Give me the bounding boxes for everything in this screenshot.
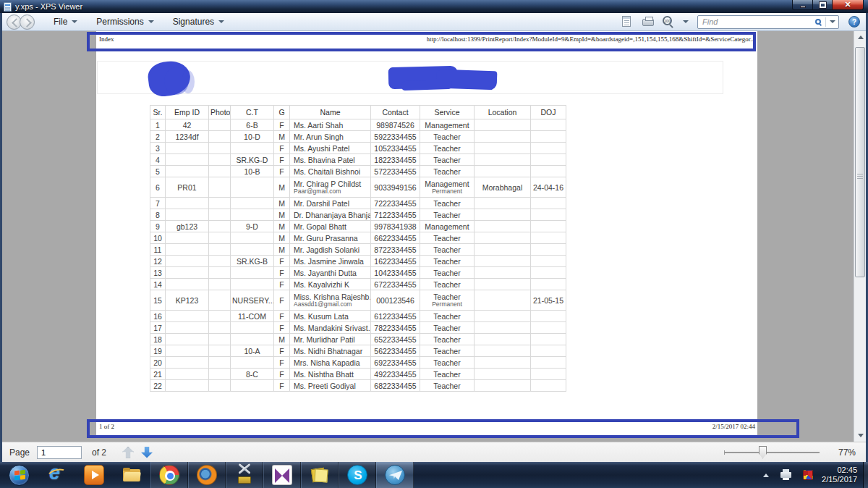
table-cell: 11	[150, 244, 166, 256]
page-label: Page	[9, 447, 30, 458]
taskbar-button-windows-explorer[interactable]	[113, 462, 150, 488]
table-cell: Ms. Nishtha Bhatt	[290, 369, 371, 380]
table-cell: 14	[150, 279, 166, 290]
taskbar-button-sticky-notes[interactable]	[301, 462, 339, 488]
table-cell: F	[274, 311, 290, 322]
table-cell	[166, 334, 209, 345]
tray-app-icon[interactable]	[803, 470, 813, 480]
table-cell: 8	[150, 209, 166, 221]
taskbar-button-admin-tools[interactable]	[226, 462, 263, 488]
table-cell: 10-B	[231, 166, 274, 177]
table-cell	[166, 322, 209, 334]
page-number-input[interactable]	[37, 446, 82, 459]
zoom-slider[interactable]	[724, 452, 820, 453]
taskbar-button-firefox[interactable]	[188, 462, 226, 488]
find-input[interactable]	[702, 17, 815, 26]
table-cell: F	[274, 154, 290, 166]
taskbar-button-visual-studio[interactable]	[263, 462, 301, 488]
minimize-button[interactable]	[792, 0, 813, 10]
taskbar-button-internet-explorer[interactable]	[38, 462, 75, 488]
table-cell	[475, 345, 531, 357]
chevron-down-icon	[148, 20, 154, 23]
vertical-scrollbar[interactable]	[854, 31, 866, 442]
tray-printer-icon[interactable]	[780, 472, 791, 478]
table-cell: Mr. Arun Singh	[290, 131, 371, 143]
table-cell	[231, 244, 274, 256]
table-cell: 3	[150, 143, 166, 154]
table-cell	[209, 177, 231, 198]
scrollbar-thumb[interactable]	[855, 47, 865, 277]
show-hidden-icons-button[interactable]	[763, 474, 769, 477]
table-cell: Teacher	[420, 334, 475, 345]
table-cell: M	[274, 244, 290, 256]
table-cell	[531, 166, 566, 177]
menu-signatures[interactable]: Signatures	[173, 17, 224, 27]
table-cell	[531, 279, 566, 290]
table-cell: F	[274, 369, 290, 380]
table-cell: Ms. Jasmine Jinwala	[290, 256, 371, 267]
taskbar-button-windows-media-player[interactable]	[75, 462, 113, 488]
menu-file[interactable]: File	[54, 17, 77, 27]
taskbar-button-telegram[interactable]	[376, 462, 414, 488]
table-cell	[531, 369, 566, 380]
table-cell: Ms. Ayushi Patel	[290, 143, 371, 154]
table-cell	[475, 290, 531, 311]
annotation-rectangle-header	[87, 32, 756, 51]
clock[interactable]: 02:45 2/15/2017	[822, 466, 857, 484]
table-cell: 1234df	[166, 131, 209, 143]
table-cell: M	[274, 232, 290, 244]
table-cell	[475, 154, 531, 166]
show-desktop-button[interactable]	[863, 462, 868, 488]
menu-permissions[interactable]: Permissions	[96, 17, 153, 27]
table-cell	[475, 131, 531, 143]
table-cell	[209, 198, 231, 209]
table-cell	[531, 244, 566, 256]
table-cell	[231, 279, 274, 290]
table-cell: Management	[420, 221, 475, 232]
table-cell: M	[274, 131, 290, 143]
taskbar-button-google-chrome[interactable]	[150, 462, 188, 488]
table-row: 11MMr. Jagdish Solanki8722334455Teacher	[150, 244, 566, 256]
table-cell	[475, 256, 531, 267]
table-cell	[475, 279, 531, 290]
table-cell	[531, 345, 566, 357]
next-page-button[interactable]	[141, 447, 153, 458]
table-row: 15KP123NURSERY...FMiss. Krishna Rajeshb.…	[150, 290, 566, 311]
print-button[interactable]	[642, 16, 655, 28]
table-cell	[231, 209, 274, 221]
report-table-container: Sr.Emp IDPhotoC.TGNameContactServiceLoca…	[150, 105, 566, 392]
internet-explorer-icon	[46, 465, 67, 485]
zoom-button[interactable]: 100	[663, 16, 676, 28]
search-icon[interactable]	[815, 19, 821, 25]
table-cell	[475, 221, 531, 232]
document-viewport: Index http://localhost:1399/PrintReport/…	[2, 31, 866, 442]
table-cell	[531, 357, 566, 369]
restore-button[interactable]	[813, 0, 833, 10]
scroll-up-button[interactable]	[854, 31, 866, 43]
column-header: Service	[420, 106, 475, 119]
taskbar-button-skype[interactable]	[339, 462, 376, 488]
help-button[interactable]: ?	[848, 16, 860, 28]
report-table: Sr.Emp IDPhotoC.TGNameContactServiceLoca…	[150, 105, 566, 392]
table-cell	[531, 221, 566, 232]
scroll-down-button[interactable]	[854, 429, 866, 442]
previous-page-button[interactable]	[122, 447, 134, 458]
zoom-slider-thumb[interactable]	[759, 446, 767, 459]
outline-view-button[interactable]	[622, 16, 635, 28]
table-row: 10MMr. Guru Prasanna6622334455Teacher	[150, 232, 566, 244]
table-cell: 20	[150, 357, 166, 369]
table-cell: Teacher	[420, 322, 475, 334]
table-cell	[209, 357, 231, 369]
table-cell: 6822334455	[371, 380, 420, 392]
table-cell: 9978341938	[371, 221, 420, 232]
document-page: Index http://localhost:1399/PrintReport/…	[96, 31, 757, 437]
table-cell: 8722334455	[371, 244, 420, 256]
forward-button[interactable]	[20, 14, 35, 30]
table-cell: 16	[150, 311, 166, 322]
zoom-dropdown-caret[interactable]	[683, 20, 689, 23]
find-dropdown-caret[interactable]	[830, 20, 835, 23]
taskbar-button-start-orb[interactable]	[0, 462, 38, 488]
table-cell: 7	[150, 198, 166, 209]
close-button[interactable]: ✕	[833, 0, 864, 10]
table-cell: F	[274, 279, 290, 290]
